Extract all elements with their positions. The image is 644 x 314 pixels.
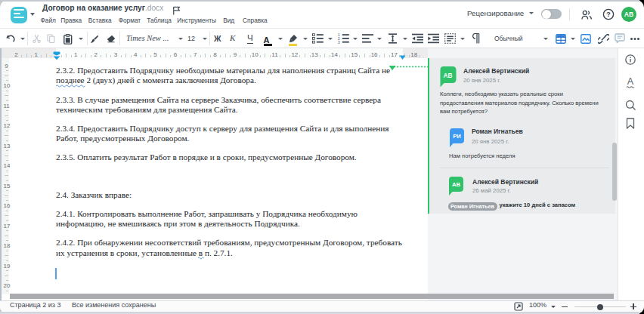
svg-text:РИ: РИ xyxy=(453,133,461,140)
svg-text:?: ? xyxy=(606,10,611,18)
svg-text:3: 3 xyxy=(338,41,340,44)
svg-text:АВ: АВ xyxy=(444,72,453,79)
svg-text:А: А xyxy=(627,76,634,87)
svg-text:АВ: АВ xyxy=(452,181,460,188)
